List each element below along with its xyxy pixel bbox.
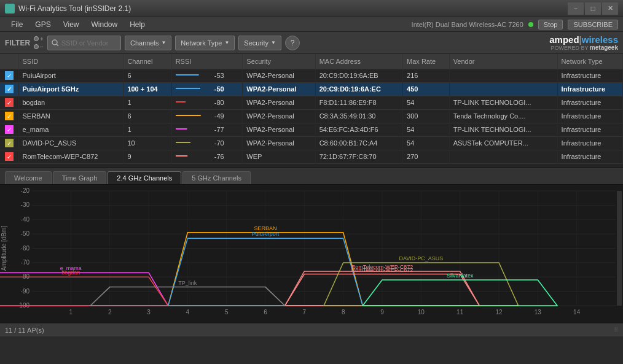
row-checkbox[interactable] [0,123,18,136]
cell-ssid: e_mama [18,123,123,136]
subscribe-button[interactable]: SUBSCRIBE [568,20,618,29]
tab-2.4-ghz-channels[interactable]: 2.4 GHz Channels [108,171,181,184]
brand-name: amped|wireless [549,35,618,44]
rssi-bar [176,99,213,105]
stop-button[interactable]: Stop [538,20,563,29]
cell-ssid: RomTelecom-WEP-C872 [18,150,123,163]
svg-line-1 [57,44,58,46]
table-row[interactable]: e_mama1 -77WPA2-Personal54:E6:FC:A3:4D:F… [0,123,623,136]
x-label: 10 [418,309,425,316]
cell-channel: 1 [123,123,171,136]
cell-ssid: DAVID-PC_ASUS [18,136,123,150]
cell-vendor: ASUSTek COMPUTER... [449,136,557,150]
powered-label: POWERED BY [551,45,590,51]
tab-5-ghz-channels[interactable]: 5 GHz Channels [182,171,251,184]
cell-ssid: PuiuAirport [18,69,123,82]
security-dropdown[interactable]: Security [238,36,281,50]
menu-items: File GPS View Window Help [5,17,151,32]
x-label: 1 [69,309,73,316]
radio-1[interactable] [34,36,39,41]
cell-ssid: SERBAN [18,109,123,123]
menu-file[interactable]: File [5,17,29,32]
row-checkbox[interactable] [0,150,18,163]
row-checkbox[interactable] [0,96,18,109]
cell-vendor: TP-LINK TECHNOLOGI... [449,123,557,136]
search-input[interactable] [61,39,117,47]
brand-wireless: wireless [582,34,618,45]
row-checkbox[interactable] [0,82,18,96]
cell-channel: 1 [123,96,171,109]
rssi-bar [176,139,213,145]
col-rssi[interactable]: RSSI [171,54,243,69]
table-row[interactable]: bogdan1 -80WPA2-PersonalF8:D1:11:86:E9:F… [0,96,623,109]
table-row[interactable]: PuiuAirport6 -53WPA2-Personal20:C9:D0:19… [0,69,623,82]
menubar: File GPS View Window Help Intel(R) Dual … [0,17,623,32]
tab-welcome[interactable]: Welcome [5,171,52,184]
menu-window[interactable]: Window [85,17,123,32]
resize-handle[interactable]: ⠿ [614,327,618,333]
col-mac[interactable]: MAC Address [315,54,402,69]
graph-svg: -100-90-80-70-60-50-40-30-20123456789101… [0,185,623,323]
rssi-bar [176,153,213,159]
col-nettype[interactable]: Network Type [557,54,622,69]
cell-channel: 100 + 104 [123,82,171,96]
col-ssid[interactable]: SSID [18,54,123,69]
search-icon [52,39,59,47]
tabbar: WelcomeTime Graph2.4 GHz Channels5 GHz C… [0,168,623,185]
col-channel[interactable]: Channel [123,54,171,69]
cell-security: WPA2-Personal [243,82,315,96]
network-type-dropdown[interactable]: Network Type [175,36,235,50]
cell-nettype: Infrastructure [557,82,622,96]
x-label: 5 [225,309,229,316]
channels-dropdown[interactable]: Channels [125,36,171,50]
col-vendor[interactable]: Vendor [449,54,557,69]
x-label: 2 [108,309,112,316]
row-checkbox[interactable] [0,109,18,123]
x-label: 9 [380,309,384,316]
menu-view[interactable]: View [57,17,85,32]
x-label: 14 [573,309,581,316]
tab-time-graph[interactable]: Time Graph [53,171,107,184]
x-label: 13 [535,309,542,316]
filter-toggle-2: − [34,44,44,50]
table-row[interactable]: SERBAN6 -49WPA2-PersonalC8:3A:35:49:01:3… [0,109,623,123]
close-button[interactable]: ✕ [602,2,618,15]
cell-maxrate: 54 [403,136,450,150]
cell-rssi: -53 [171,69,243,82]
search-box[interactable] [47,36,121,50]
help-button[interactable]: ? [285,36,300,50]
table-row[interactable]: RomTelecom-WEP-C8729 -76WEP72:1D:67:7F:C… [0,150,623,163]
metageek-label: metageek [590,44,618,51]
table-row[interactable]: DAVID-PC_ASUS10 -70WPA2-PersonalC8:60:00… [0,136,623,150]
cell-nettype: Infrastructure [557,136,622,150]
col-security[interactable]: Security [243,54,315,69]
minimize-button[interactable]: − [568,2,584,15]
menu-help[interactable]: Help [123,17,151,32]
svg-point-0 [52,40,57,45]
plus-icon: + [40,36,44,42]
cell-rssi: -49 [171,109,243,123]
network-label: TP_link [178,280,197,286]
graph-area: -100-90-80-70-60-50-40-30-20123456789101… [0,185,623,323]
y-label: -30 [21,201,30,208]
network-label: Silvaniatex [447,273,474,279]
radio-2[interactable] [34,44,39,49]
cell-maxrate: 270 [403,150,450,163]
rssi-bar [176,112,213,118]
cell-security: WPA2-Personal [243,136,315,150]
cell-mac: F8:D1:11:86:E9:F8 [315,96,402,109]
row-checkbox[interactable] [0,69,18,82]
row-checkbox[interactable] [0,136,18,150]
menu-gps[interactable]: GPS [29,17,57,32]
table-row[interactable]: PuiuAirport 5GHz100 + 104 -50WPA2-Person… [0,82,623,96]
window-controls: − □ ✕ [568,2,618,15]
cell-nettype: Infrastructure [557,150,622,163]
cell-maxrate: 216 [403,69,450,82]
maximize-button[interactable]: □ [585,2,601,15]
col-maxrate[interactable]: Max Rate [403,54,450,69]
brand-logo: amped|wireless POWERED BY metageek [549,35,618,51]
rssi-bar [176,72,213,78]
brand-amped: amped [549,34,579,45]
cell-security: WPA2-Personal [243,96,315,109]
powered-by: POWERED BY metageek [551,44,619,51]
